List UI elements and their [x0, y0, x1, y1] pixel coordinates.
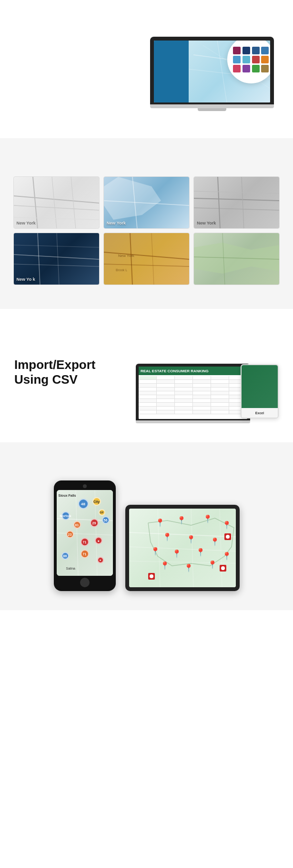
- swatch: [233, 65, 241, 72]
- csv-text-block: Import/ExportUsing CSV: [14, 357, 126, 394]
- sidebar-preview: [154, 41, 189, 102]
- tablet-screen: 📍 📍 📍 📍 📍 📍 📍 📍 📍 📍 📍 📍 📍 📍: [129, 509, 236, 587]
- map-pin-5: 📍: [162, 532, 172, 541]
- google-maps-section: New York New York New York: [0, 138, 293, 309]
- svg-line-34: [76, 490, 78, 576]
- square-marker-3: [148, 573, 155, 580]
- cluster-red-4: ●: [97, 557, 104, 563]
- cluster-blue-1: 48: [78, 499, 89, 509]
- map-pin-11: 📍: [222, 551, 232, 561]
- spreadsheet-rows: [139, 376, 247, 419]
- csv-phone: Excel: [241, 364, 279, 419]
- swatch: [261, 65, 269, 72]
- phone-home-button: [80, 578, 90, 587]
- tablet-screen-map: 📍 📍 📍 📍 📍 📍 📍 📍 📍 📍 📍 📍 📍 📍: [129, 509, 236, 587]
- svg-line-2: [217, 41, 227, 102]
- svg-line-8: [71, 177, 76, 228]
- svg-line-20: [38, 233, 40, 285]
- phone-screen: 48 City Norfolk 81 29 56 GF 23 71 ● 86 7…: [57, 490, 113, 576]
- map-label-3: New York: [197, 221, 216, 225]
- map-thumb-light: New York: [13, 176, 100, 229]
- svg-line-37: [129, 547, 236, 551]
- swatch: [233, 47, 241, 54]
- spreadsheet-preview: REAL ESTATE CONSUMER RANKING: [139, 367, 247, 419]
- cluster-blue-3: 56: [102, 516, 110, 524]
- svg-text:New York: New York: [118, 254, 135, 258]
- phone-camera: [83, 484, 87, 488]
- map-pin-12: 📍: [160, 561, 170, 570]
- csv-laptop-base: [136, 420, 250, 423]
- csv-section: Import/ExportUsing CSV REAL ESTATE CONSU…: [0, 309, 293, 442]
- map-pin-8: 📍: [151, 547, 160, 556]
- swatch: [261, 56, 269, 63]
- csv-laptop: REAL ESTATE CONSUMER RANKING: [136, 364, 250, 423]
- csv-laptop-screen: REAL ESTATE CONSUMER RANKING: [136, 364, 250, 420]
- svg-line-4: [14, 196, 99, 203]
- cluster-red-3: ●: [95, 537, 102, 544]
- devices-row: 48 City Norfolk 81 29 56 GF 23 71 ● 86 7…: [10, 480, 283, 591]
- svg-line-13: [194, 198, 279, 201]
- cluster-blue-2: Norfolk: [61, 511, 70, 520]
- map-pin-6: 📍: [186, 535, 196, 544]
- map-pin-7: 📍: [210, 537, 220, 546]
- map-label-1: New York: [17, 221, 36, 225]
- svg-text:Brook L: Brook L: [116, 268, 127, 272]
- cluster-yellow-2: GF: [99, 509, 105, 516]
- laptop-stand: [198, 108, 226, 111]
- swatch: [242, 65, 250, 72]
- laptop-base: [150, 104, 274, 108]
- map-roads-terrain: [194, 233, 279, 285]
- map-thumb-terrain: [193, 233, 280, 285]
- svg-line-33: [57, 533, 113, 535]
- map-pin-9: 📍: [172, 549, 182, 558]
- laptop-screen-outer: [150, 37, 274, 104]
- swatch: [252, 56, 260, 63]
- map-thumb-gray: New York: [193, 176, 280, 229]
- square-marker-1: [224, 533, 231, 540]
- cluster-yellow-1: City: [92, 497, 101, 506]
- map-thumb-blue: New York: [103, 176, 190, 229]
- map-thumb-dark: New Yo k: [13, 233, 100, 285]
- map-label-2: New York: [107, 221, 126, 225]
- map-roads-vintage: New York Brook L: [104, 233, 189, 285]
- swatch: [252, 47, 260, 54]
- phone-bottom-label: Salina: [66, 567, 75, 570]
- svg-line-9: [14, 217, 99, 220]
- csv-heading: Import/ExportUsing CSV: [14, 357, 126, 387]
- svg-line-22: [14, 245, 99, 247]
- swatch: [242, 56, 250, 63]
- phone-city-label: Sioux Falls: [59, 494, 76, 497]
- cluster-orange-1: 81: [73, 521, 81, 529]
- svg-line-40: [191, 509, 193, 587]
- cluster-red-2: 71: [81, 538, 89, 546]
- svg-marker-10: [104, 177, 161, 220]
- square-marker-2: [220, 565, 226, 572]
- map-pin-10: 📍: [196, 548, 205, 557]
- map-pin-13: 📍: [184, 563, 193, 572]
- cluster-orange-3: 71: [81, 550, 89, 558]
- csv-phone-screen: [242, 365, 278, 408]
- map-pin-14: 📍: [208, 560, 217, 569]
- laptop-screen-inner: [154, 41, 270, 102]
- cluster-orange-2: 23: [66, 531, 74, 538]
- tablet-device: 📍 📍 📍 📍 📍 📍 📍 📍 📍 📍 📍 📍 📍 📍: [125, 505, 240, 591]
- svg-line-14: [194, 208, 279, 210]
- csv-laptop-screen-inner: REAL ESTATE CONSUMER RANKING: [139, 367, 247, 419]
- svg-line-38: [129, 561, 236, 563]
- svg-line-23: [104, 252, 189, 259]
- cluster-blue-4: 86: [61, 552, 69, 560]
- svg-line-7: [52, 177, 57, 228]
- svg-line-15: [218, 177, 220, 228]
- laptop-area: [145, 19, 279, 129]
- svg-line-19: [14, 264, 99, 266]
- phone-device: 48 City Norfolk 81 29 56 GF 23 71 ● 86 7…: [54, 480, 116, 591]
- svg-line-17: [194, 191, 279, 194]
- phone-screen-map: 48 City Norfolk 81 29 56 GF 23 71 ● 86 7…: [57, 490, 113, 576]
- map-pin-3: 📍: [203, 514, 212, 523]
- map-pin-4: 📍: [222, 521, 232, 530]
- maps-grid: New York New York New York: [13, 176, 280, 285]
- template-color-section: [0, 0, 293, 138]
- map-thumb-vintage: New York Brook L: [103, 233, 190, 285]
- svg-line-24: [104, 264, 189, 266]
- svg-line-16: [242, 177, 244, 228]
